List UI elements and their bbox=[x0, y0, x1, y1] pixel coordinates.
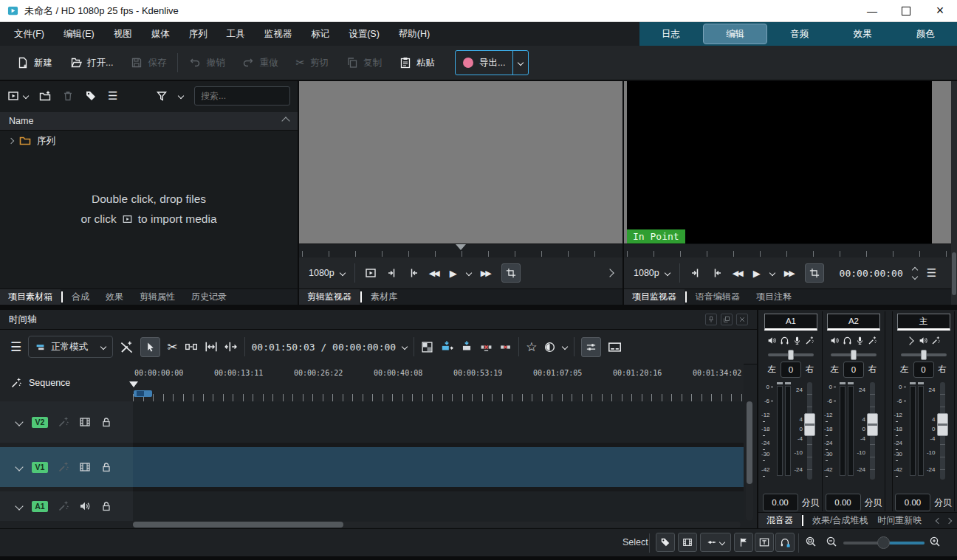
menu-edit[interactable]: 编辑(E) bbox=[54, 22, 104, 46]
track-header-v2[interactable]: V2 bbox=[0, 401, 133, 443]
lock-icon[interactable] bbox=[100, 500, 112, 512]
show-markers-button[interactable] bbox=[656, 533, 675, 552]
ripple-tool-icon[interactable] bbox=[224, 340, 238, 353]
chevron-down-icon[interactable] bbox=[465, 270, 471, 276]
maximize-button[interactable] bbox=[889, 0, 923, 21]
zone-mode-button[interactable] bbox=[805, 263, 824, 283]
snap-flag-button[interactable] bbox=[734, 533, 753, 552]
slider-handle[interactable] bbox=[921, 350, 927, 360]
chevron-down-icon[interactable] bbox=[769, 270, 775, 276]
close-panel-icon[interactable] bbox=[736, 314, 748, 325]
zone-mode-button[interactable] bbox=[501, 263, 521, 283]
set-out-point-icon[interactable] bbox=[408, 267, 419, 279]
effects-icon[interactable] bbox=[931, 336, 941, 345]
spacer-tool-icon[interactable] bbox=[185, 340, 198, 353]
timeline-menu-icon[interactable]: ☰ bbox=[10, 339, 21, 355]
record-mic-icon[interactable] bbox=[855, 336, 865, 345]
video-thumbnails-button[interactable] bbox=[678, 533, 697, 552]
slip-tool-icon[interactable] bbox=[205, 340, 218, 353]
tab-compositions[interactable]: 合成 bbox=[64, 289, 97, 305]
menu-markers[interactable]: 标记 bbox=[301, 22, 339, 46]
paste-button[interactable]: 粘贴 bbox=[393, 52, 442, 74]
play-icon[interactable]: ▶ bbox=[753, 268, 761, 279]
chevron-right-icon[interactable] bbox=[606, 269, 614, 277]
zoom-slider[interactable] bbox=[843, 542, 925, 545]
tab-effect-stack[interactable]: 效果/合成堆栈 bbox=[804, 513, 876, 528]
track-badge[interactable]: V2 bbox=[32, 417, 48, 428]
tab-clip-properties[interactable]: 剪辑属性 bbox=[131, 289, 183, 305]
right-scrollbar[interactable] bbox=[951, 81, 957, 305]
fader-handle[interactable] bbox=[937, 413, 948, 436]
add-clip-button[interactable] bbox=[7, 90, 28, 102]
playhead-icon[interactable] bbox=[456, 244, 466, 250]
tag-icon[interactable] bbox=[85, 90, 97, 102]
lift-zone-icon[interactable] bbox=[499, 341, 512, 353]
razor-tool-icon[interactable]: ✂ bbox=[167, 339, 177, 355]
mute-icon[interactable] bbox=[767, 336, 777, 345]
timeline-zone[interactable] bbox=[134, 390, 152, 397]
solo-icon[interactable] bbox=[780, 336, 789, 345]
menu-settings[interactable]: 设置(S) bbox=[339, 22, 389, 46]
video-track-icon[interactable] bbox=[79, 461, 91, 473]
track-content[interactable] bbox=[133, 447, 744, 487]
redo-button[interactable]: 重做 bbox=[236, 52, 284, 74]
chevron-right-icon[interactable] bbox=[946, 517, 952, 523]
scrollbar-handle[interactable] bbox=[952, 252, 956, 295]
volume-fader[interactable] bbox=[807, 382, 812, 480]
delete-icon[interactable] bbox=[62, 90, 74, 102]
chevron-down-icon[interactable] bbox=[402, 344, 408, 350]
mute-icon[interactable] bbox=[830, 336, 840, 345]
tab-time-remap[interactable]: 时间重新映 bbox=[876, 513, 923, 528]
copy-button[interactable]: 复制 bbox=[340, 52, 388, 74]
tab-clip-monitor[interactable]: 剪辑监视器 bbox=[299, 289, 360, 305]
forward-icon[interactable]: ▶▶ bbox=[784, 269, 795, 278]
bin-column-header[interactable]: Name bbox=[0, 112, 298, 131]
effects-icon[interactable] bbox=[868, 336, 877, 345]
scrollbar-handle[interactable] bbox=[747, 401, 752, 484]
pin-icon[interactable] bbox=[705, 314, 717, 325]
clip-monitor-video[interactable] bbox=[299, 81, 622, 243]
playhead-icon[interactable] bbox=[129, 381, 138, 387]
chevron-down-icon[interactable] bbox=[178, 93, 184, 99]
track-v2[interactable]: V2 bbox=[0, 401, 744, 443]
insert-zone-icon[interactable] bbox=[440, 340, 453, 353]
workspace-tab-editing[interactable]: 编辑 bbox=[703, 24, 767, 44]
balance-slider[interactable] bbox=[768, 353, 814, 356]
track-header-a1[interactable]: A1 bbox=[0, 491, 133, 521]
tab-library[interactable]: 素材库 bbox=[363, 289, 405, 305]
expand-chevron-icon[interactable] bbox=[8, 138, 14, 144]
new-button[interactable]: 新建 bbox=[10, 52, 59, 74]
set-in-point-icon[interactable] bbox=[690, 267, 702, 279]
collapse-chevron-icon[interactable] bbox=[15, 502, 23, 510]
balance-slider[interactable] bbox=[831, 353, 877, 356]
timeline-horizontal-scrollbar[interactable] bbox=[133, 522, 741, 528]
chevron-up-icon[interactable] bbox=[281, 117, 289, 125]
monitor-menu-icon[interactable]: ☰ bbox=[927, 266, 936, 280]
tab-project-monitor[interactable]: 项目监视器 bbox=[624, 289, 685, 305]
project-monitor-ruler[interactable] bbox=[624, 243, 951, 257]
audio-scrub-button[interactable] bbox=[775, 533, 795, 552]
tab-mixer[interactable]: 混音器 bbox=[758, 513, 801, 528]
menu-sequence[interactable]: 序列 bbox=[179, 22, 217, 46]
select-tool-button[interactable] bbox=[140, 337, 160, 357]
overwrite-zone-icon[interactable] bbox=[460, 340, 473, 353]
sequence-header[interactable]: Sequence bbox=[0, 364, 133, 401]
track-v1[interactable]: V1 bbox=[0, 447, 744, 487]
close-button[interactable]: × bbox=[923, 0, 957, 21]
volume-fader[interactable] bbox=[870, 382, 875, 480]
zoom-in-icon[interactable] bbox=[929, 536, 941, 547]
slider-handle[interactable] bbox=[877, 536, 890, 549]
track-effects-icon[interactable] bbox=[58, 461, 69, 473]
chevron-left-icon[interactable] bbox=[936, 517, 941, 523]
minimize-button[interactable]: — bbox=[855, 0, 889, 21]
track-badge[interactable]: V1 bbox=[32, 462, 48, 473]
chevron-right-icon[interactable] bbox=[905, 336, 913, 345]
balance-value[interactable]: 0 bbox=[781, 362, 801, 378]
tab-effects[interactable]: 效果 bbox=[97, 289, 131, 305]
split-audio-video-icon[interactable] bbox=[120, 340, 134, 354]
play-icon[interactable]: ▶ bbox=[450, 268, 457, 279]
workspace-tab-audio[interactable]: 音频 bbox=[768, 22, 831, 46]
effects-icon[interactable] bbox=[805, 336, 814, 345]
lock-icon[interactable] bbox=[100, 461, 112, 473]
clip-monitor-ruler[interactable] bbox=[299, 243, 622, 257]
